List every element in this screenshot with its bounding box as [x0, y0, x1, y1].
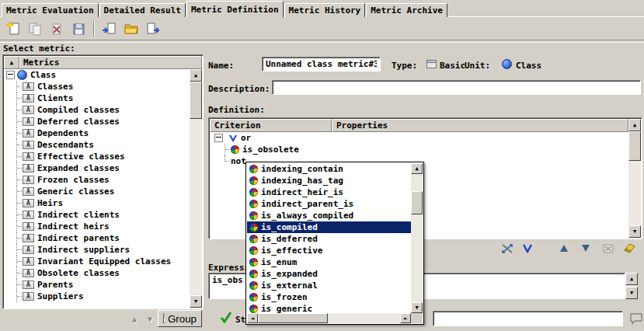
scroll-up-icon[interactable]: ▲	[190, 69, 202, 82]
metric-toolbar	[3, 19, 163, 38]
tree-item[interactable]: Indirect clients	[4, 209, 190, 221]
tree-scrollbar[interactable]: ▲ ▼	[190, 69, 202, 308]
tree-item[interactable]: Indirect parents	[4, 232, 190, 244]
expression-scrollbar[interactable]: ▲ ▼	[625, 273, 638, 299]
dropdown-item[interactable]: indirect_heir_is	[247, 186, 411, 198]
new-metric-button[interactable]	[3, 19, 23, 38]
dropdown-item[interactable]: is_external	[247, 280, 411, 291]
move-criterion-down-button[interactable]	[576, 241, 595, 256]
dropdown-item[interactable]: is_frozen	[247, 291, 411, 303]
scroll-right-icon[interactable]: ►	[400, 313, 411, 323]
dropdown-item[interactable]: indexing_contain	[247, 163, 411, 175]
tree-item-label: Parents	[37, 280, 73, 290]
dropdown-item[interactable]: is_compiled	[247, 221, 411, 233]
tree-item[interactable]: Descendants	[4, 139, 190, 151]
scrollbar-thumb[interactable]	[411, 191, 423, 214]
scroll-up-icon[interactable]: ▲	[628, 119, 641, 131]
dropdown-item-label: is_expanded	[261, 269, 318, 279]
move-metric-down-icon[interactable]: ▼	[144, 312, 155, 325]
criterion-row-or[interactable]: or	[210, 132, 628, 144]
tab[interactable]: Detailed Result	[99, 3, 186, 17]
criterion-dropdown: indexing_contain indexing_has_tag indire…	[245, 162, 424, 325]
collapse-icon[interactable]	[214, 134, 223, 142]
criterion-row-is-obsolete[interactable]: is_obsolete	[210, 144, 628, 155]
save-metric-button[interactable]	[68, 19, 89, 38]
tab[interactable]: Metric Definition	[186, 1, 284, 18]
dropdown-item-label: is_always_compiled	[261, 211, 353, 221]
dropdown-horizontal-scrollbar[interactable]: ◄ ►	[247, 313, 411, 323]
tab[interactable]: Metric History	[284, 3, 366, 17]
criteria-table-scrollbar[interactable]: ▲ ▼	[628, 119, 641, 238]
scrollbar-thumb[interactable]	[628, 131, 641, 161]
tab[interactable]: Metric Evaluation	[2, 3, 99, 17]
dropdown-item[interactable]: is_deferred	[247, 233, 411, 245]
group-button[interactable]: Group	[158, 310, 202, 327]
exchange-button[interactable]	[498, 241, 517, 256]
column-properties[interactable]: Properties	[332, 119, 628, 132]
move-criterion-up-button[interactable]	[555, 241, 573, 256]
dropdown-item[interactable]: is_effective	[247, 245, 411, 256]
duplicate-metric-button[interactable]	[25, 19, 45, 38]
scrollbar-track[interactable]	[411, 174, 423, 191]
tree-item[interactable]: Classes	[4, 81, 190, 92]
tree-item[interactable]: Expanded classes	[4, 162, 190, 174]
export-metrics-button[interactable]	[143, 19, 163, 38]
tree-item[interactable]: Effective classes	[4, 151, 190, 162]
delete-criterion-button[interactable]	[599, 241, 618, 256]
scrollbar-track[interactable]	[628, 161, 641, 225]
dropdown-item[interactable]: indexing_has_tag	[247, 175, 411, 186]
dropdown-item[interactable]: is_enum	[247, 256, 411, 268]
dropdown-item-label: indexing_contain	[261, 164, 343, 174]
scroll-down-icon[interactable]: ▼	[190, 295, 202, 308]
scroll-up-icon[interactable]: ▲	[411, 163, 423, 174]
column-criterion[interactable]: Criterion	[210, 119, 332, 132]
dropdown-item[interactable]: is_generic	[247, 303, 411, 313]
tree-item[interactable]: Indirect heirs	[4, 221, 190, 232]
import-metrics-button[interactable]	[99, 19, 120, 38]
scroll-left-icon[interactable]: ◄	[247, 313, 258, 323]
scroll-down-icon[interactable]: ▼	[628, 225, 641, 238]
scroll-down-icon[interactable]: ▼	[411, 302, 423, 313]
or-toggle-button[interactable]	[518, 241, 537, 256]
tree-item[interactable]: Suppliers	[4, 291, 190, 302]
scroll-up-icon[interactable]: ▲	[625, 273, 638, 285]
tree-item[interactable]: Heirs	[4, 197, 190, 209]
scrollbar-thumb[interactable]	[190, 82, 202, 119]
scroll-down-icon[interactable]: ▼	[625, 287, 638, 299]
tree-item[interactable]: Parents	[4, 279, 190, 291]
open-metric-folder-button[interactable]	[121, 19, 141, 38]
tree-item-label: Classes	[37, 82, 73, 92]
tree-item[interactable]: Indirect suppliers	[4, 244, 190, 256]
tree-column-header[interactable]: ▲ Metrics	[4, 56, 202, 69]
dropdown-vertical-scrollbar[interactable]: ▲ ▼	[411, 163, 423, 313]
name-input[interactable]	[262, 57, 381, 71]
sort-ascending-icon[interactable]: ▲	[5, 57, 19, 68]
scrollbar-thumb[interactable]	[258, 313, 328, 323]
erase-definition-button[interactable]	[620, 241, 639, 256]
dropdown-item[interactable]: is_expanded	[247, 268, 411, 280]
scrollbar-track[interactable]	[328, 313, 400, 323]
comment-button[interactable]	[627, 312, 644, 326]
tree-item-class-root[interactable]: Class	[4, 69, 190, 81]
save-metric-icon	[71, 21, 86, 37]
scrollbar-track[interactable]	[190, 119, 202, 295]
tree-item[interactable]: Frozen classes	[4, 174, 190, 186]
tree-item[interactable]: Compiled classes	[4, 104, 190, 116]
tree-item[interactable]: Clients	[4, 92, 190, 104]
delete-metric-button[interactable]	[47, 19, 67, 38]
status-input[interactable]	[433, 311, 623, 326]
dropdown-item[interactable]: is_always_compiled	[247, 210, 411, 221]
dropdown-item[interactable]: indirect_parent_is	[247, 198, 411, 210]
tree-item[interactable]: Invariant Equipped classes	[4, 256, 190, 267]
tree-item[interactable]: Generic classes	[4, 186, 190, 197]
collapse-icon[interactable]	[6, 71, 15, 79]
tree-item[interactable]: Deferred classes	[4, 116, 190, 127]
scrollbar-track[interactable]	[411, 214, 423, 302]
tree-item[interactable]: Dependents	[4, 127, 190, 139]
criterion-icon	[249, 165, 258, 173]
description-input[interactable]	[272, 80, 641, 95]
tree-item[interactable]: Obsolete classes	[4, 267, 190, 279]
tab[interactable]: Metric Archive	[366, 3, 447, 17]
move-metric-up-icon[interactable]: ▲	[129, 312, 140, 325]
criterion-icon	[231, 145, 239, 154]
